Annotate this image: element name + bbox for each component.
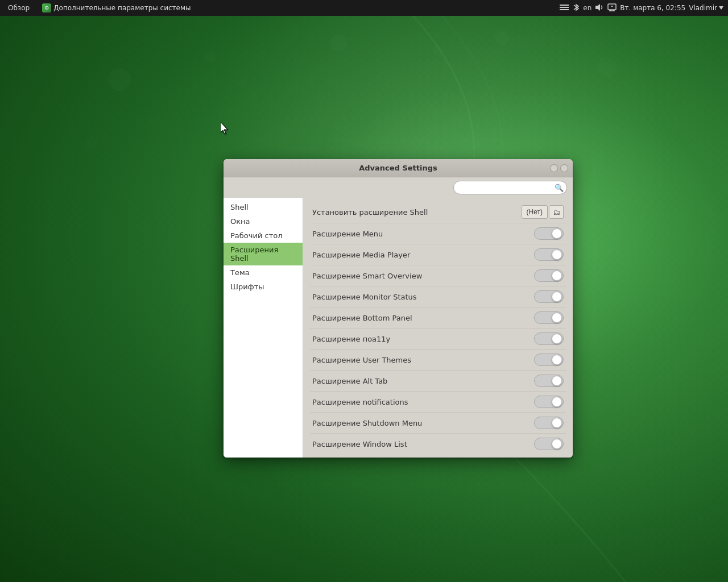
toggle-knob-alt-tab — [552, 376, 562, 386]
user-label: Vladimir — [689, 4, 717, 12]
user-menu[interactable]: Vladimir — [689, 4, 723, 12]
orb — [239, 80, 247, 88]
setting-control-window-list — [534, 438, 564, 450]
install-shell-button[interactable]: (Нет) — [522, 205, 548, 219]
network-icon[interactable] — [559, 3, 569, 13]
toggle-knob-user-themes — [552, 355, 562, 365]
datetime-label: Вт. марта 6, 02:55 — [620, 4, 685, 12]
volume-icon[interactable] — [595, 3, 604, 13]
svg-rect-1 — [560, 7, 569, 8]
setting-control-noa11y — [534, 332, 564, 345]
svg-rect-2 — [560, 9, 569, 10]
toggle-knob-notifications — [552, 397, 562, 407]
orb — [552, 97, 556, 101]
sidebar-item-rasshireniya[interactable]: Расширения Shell — [224, 243, 303, 265]
setting-control-menu — [534, 227, 564, 240]
sidebar-item-rabochiy[interactable]: Рабочий стол — [224, 228, 303, 243]
toggle-media-player[interactable] — [534, 248, 564, 261]
setting-control-media-player — [534, 248, 564, 261]
dialog-window: Advanced Settings 🔍 Shell Окна Рабочий с… — [224, 159, 573, 458]
sidebar: Shell Окна Рабочий стол Расширения Shell… — [224, 198, 303, 458]
toggle-knob-smart-overview — [552, 271, 562, 281]
toggle-knob-shutdown-menu — [552, 418, 562, 428]
setting-label-install-shell: Установить расширение Shell — [312, 208, 522, 217]
toggle-noa11y[interactable] — [534, 332, 564, 345]
search-wrap: 🔍 — [453, 181, 567, 194]
setting-label-alt-tab: Расширение Alt Tab — [312, 377, 534, 385]
toggle-shutdown-menu[interactable] — [534, 417, 564, 429]
setting-control-shutdown-menu — [534, 417, 564, 429]
setting-row-media-player: Расширение Media Player — [310, 244, 566, 265]
setting-row-user-themes: Расширение User Themes — [310, 350, 566, 371]
setting-row-bottom-panel: Расширение Bottom Panel — [310, 307, 566, 329]
setting-row-shutdown-menu: Расширение Shutdown Menu — [310, 413, 566, 434]
orb — [432, 45, 442, 56]
orb — [597, 57, 617, 77]
window-minimize-button[interactable] — [550, 164, 558, 172]
install-shell-icon-button[interactable]: 🗂 — [550, 205, 564, 219]
orb — [495, 31, 509, 45]
setting-label-bottom-panel: Расширение Bottom Panel — [312, 314, 534, 322]
panel-left: Обзор ⚙ Дополнительные параметры системы — [0, 3, 195, 13]
toggle-alt-tab[interactable] — [534, 375, 564, 387]
setting-label-smart-overview: Расширение Smart Overview — [312, 272, 534, 280]
main-content: Установить расширение Shell (Нет) 🗂 Расш… — [303, 198, 573, 458]
svg-marker-3 — [595, 4, 600, 11]
sidebar-item-shrifty[interactable]: Шрифты — [224, 280, 303, 294]
orb — [148, 119, 155, 126]
setting-label-shutdown-menu: Расширение Shutdown Menu — [312, 419, 534, 427]
dialog-title: Advanced Settings — [359, 164, 437, 172]
sidebar-item-tema[interactable]: Тема — [224, 265, 303, 280]
toggle-user-themes[interactable] — [534, 354, 564, 366]
orb — [205, 51, 216, 63]
app-title-area: ⚙ Дополнительные параметры системы — [38, 3, 195, 13]
setting-control-install-shell: (Нет) 🗂 — [522, 205, 564, 219]
setting-label-media-player: Расширение Media Player — [312, 251, 534, 259]
setting-row-noa11y: Расширение пoa11y — [310, 329, 566, 350]
setting-row-menu: Расширение Menu — [310, 223, 566, 244]
orb — [330, 34, 347, 51]
search-bar-area: 🔍 — [224, 177, 573, 198]
setting-control-smart-overview — [534, 269, 564, 282]
svg-marker-9 — [719, 6, 723, 10]
bluetooth-icon[interactable] — [573, 3, 580, 14]
sidebar-item-shell[interactable]: Shell — [224, 200, 303, 214]
setting-row-smart-overview: Расширение Smart Overview — [310, 265, 566, 286]
sidebar-item-okna[interactable]: Окна — [224, 214, 303, 228]
setting-control-monitor-status — [534, 290, 564, 303]
setting-row-install-shell: Установить расширение Shell (Нет) 🗂 — [310, 201, 566, 223]
toggle-menu[interactable] — [534, 227, 564, 240]
orb — [85, 136, 98, 149]
svg-rect-0 — [560, 5, 569, 6]
setting-label-monitor-status: Расширение Monitor Status — [312, 293, 534, 301]
panel-right: en Вт. марта 6, 02:55 Vladimir — [559, 3, 728, 14]
svg-rect-4 — [608, 4, 616, 10]
overview-button[interactable]: Обзор — [2, 4, 35, 12]
dialog-titlebar: Advanced Settings — [224, 159, 573, 177]
setting-row-monitor-status: Расширение Monitor Status — [310, 286, 566, 307]
window-close-button[interactable] — [560, 164, 568, 172]
search-input[interactable] — [453, 181, 567, 194]
toggle-bottom-panel[interactable] — [534, 311, 564, 324]
window-controls — [550, 164, 568, 172]
lang-indicator[interactable]: en — [583, 4, 592, 12]
top-panel: Обзор ⚙ Дополнительные параметры системы… — [0, 0, 728, 16]
app-title-label: Дополнительные параметры системы — [53, 4, 191, 12]
toggle-notifications[interactable] — [534, 396, 564, 408]
setting-control-user-themes — [534, 354, 564, 366]
setting-control-notifications — [534, 396, 564, 408]
toggle-smart-overview[interactable] — [534, 269, 564, 282]
setting-label-menu: Расширение Menu — [312, 230, 534, 238]
toggle-knob-bottom-panel — [552, 313, 562, 323]
toggle-knob-monitor-status — [552, 292, 562, 302]
screen-icon[interactable] — [607, 3, 617, 13]
toggle-knob-noa11y — [552, 334, 562, 344]
setting-label-window-list: Расширение Window List — [312, 440, 534, 448]
search-icon: 🔍 — [555, 184, 564, 192]
toggle-knob-window-list — [552, 439, 562, 449]
toggle-monitor-status[interactable] — [534, 290, 564, 303]
app-icon: ⚙ — [42, 3, 51, 13]
toggle-window-list[interactable] — [534, 438, 564, 450]
orb — [108, 68, 131, 91]
setting-label-user-themes: Расширение User Themes — [312, 356, 534, 364]
